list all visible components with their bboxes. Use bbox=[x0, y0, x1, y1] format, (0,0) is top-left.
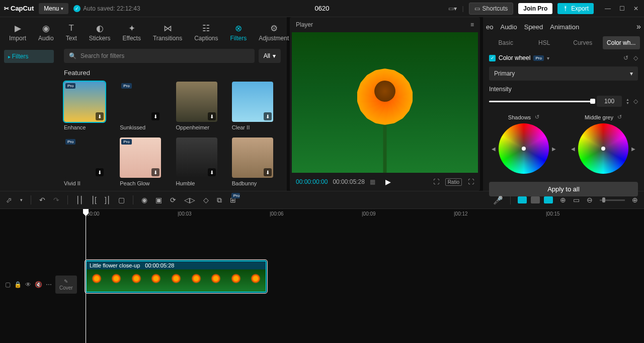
shortcuts-button[interactable]: ▭ Shortcuts bbox=[469, 3, 514, 15]
more-icon[interactable]: ⋯ bbox=[46, 281, 52, 288]
playhead[interactable] bbox=[86, 209, 86, 343]
filter-item[interactable]: Pro⬇Enhance bbox=[64, 82, 113, 130]
mirror-tool[interactable]: ◁▷ bbox=[184, 196, 195, 204]
filter-item[interactable]: Pro⬇Vivid II bbox=[64, 138, 113, 186]
link-tool[interactable] bbox=[531, 196, 540, 203]
reset-icon[interactable]: ↺ bbox=[623, 54, 628, 61]
tab-audio[interactable]: ◉Audio bbox=[34, 21, 58, 44]
stepper-up[interactable]: ▲ bbox=[626, 98, 629, 101]
tab-filters[interactable]: ⊗Filters bbox=[226, 21, 251, 44]
download-icon[interactable]: ⬇ bbox=[264, 112, 272, 120]
pointer-tool[interactable]: ⬀ bbox=[6, 196, 12, 204]
close-button[interactable]: ✕ bbox=[632, 5, 640, 12]
player-viewport[interactable] bbox=[292, 32, 478, 173]
undo-button[interactable]: ↶ bbox=[39, 196, 45, 204]
eye-icon[interactable]: 👁 bbox=[25, 281, 31, 288]
filter-item[interactable]: Pro⬇Sunkissed bbox=[120, 82, 169, 130]
maximize-button[interactable]: ☐ bbox=[618, 5, 626, 12]
crop-tool[interactable]: ▣ bbox=[155, 196, 162, 204]
filter-item[interactable]: ⬇Clear II bbox=[232, 82, 281, 130]
tab-adjustment[interactable]: ⚙Adjustment bbox=[255, 21, 293, 44]
subtab-hsl[interactable]: HSL bbox=[526, 36, 564, 49]
frame-tool[interactable]: ⧉ bbox=[217, 196, 222, 204]
tab-transitions[interactable]: ⋈Transitions bbox=[149, 21, 186, 44]
tab-text[interactable]: TText bbox=[62, 21, 81, 44]
track-toggle-icon[interactable]: ▢ bbox=[5, 281, 11, 288]
subtab-curves[interactable]: Curves bbox=[564, 36, 602, 49]
ai-tool[interactable]: ⊞Pro bbox=[230, 196, 236, 204]
tab-stickers[interactable]: ◐Stickers bbox=[85, 21, 115, 44]
download-icon[interactable]: ⬇ bbox=[208, 112, 216, 120]
lock-icon[interactable]: 🔒 bbox=[14, 281, 22, 288]
shadows-wheel[interactable] bbox=[499, 123, 549, 174]
middlegrey-wheel[interactable] bbox=[578, 123, 628, 174]
reset-icon[interactable]: ↺ bbox=[617, 114, 622, 120]
trim-left-tool[interactable]: ⎮[ bbox=[91, 196, 97, 204]
split-tool[interactable]: ⎮⎮ bbox=[76, 196, 83, 204]
join-pro-button[interactable]: Join Pro bbox=[518, 3, 552, 14]
wheel-left-arrow[interactable]: ◀ bbox=[571, 146, 575, 152]
download-icon[interactable]: ⬇ bbox=[208, 168, 216, 176]
speed-tool[interactable]: ⟳ bbox=[170, 196, 176, 204]
video-clip[interactable]: Little flower close-up00:00:05:28 bbox=[86, 260, 267, 293]
tab-audio-right[interactable]: Audio bbox=[500, 23, 517, 31]
download-icon[interactable]: ⬇ bbox=[96, 168, 104, 176]
keyframe-icon[interactable]: ◇ bbox=[633, 54, 638, 61]
preview-tool[interactable]: ▭ bbox=[573, 196, 580, 204]
tab-video[interactable]: eo bbox=[486, 23, 493, 31]
download-icon[interactable]: ⬇ bbox=[151, 168, 159, 176]
wheel-right-arrow[interactable]: ▶ bbox=[552, 146, 556, 152]
keyframe-icon[interactable]: ◇ bbox=[633, 98, 638, 105]
subtab-basic[interactable]: Basic bbox=[487, 36, 525, 49]
redo-button[interactable]: ↷ bbox=[53, 196, 59, 204]
filter-item[interactable]: ⬇Humble bbox=[176, 138, 225, 186]
zoom-in-button[interactable]: ⊕ bbox=[632, 196, 638, 204]
snap-tool[interactable] bbox=[544, 196, 553, 203]
tab-import[interactable]: ▶Import bbox=[5, 21, 30, 44]
minimize-button[interactable]: — bbox=[604, 5, 612, 12]
colorwheel-checkbox[interactable]: ✓ bbox=[489, 55, 496, 61]
mute-icon[interactable]: 🔇 bbox=[35, 281, 42, 288]
filter-item[interactable]: ⬇Badbunny bbox=[232, 138, 281, 186]
marker-tool[interactable]: ◉ bbox=[141, 196, 147, 204]
filter-item[interactable]: Pro⬇Peach Glow bbox=[120, 138, 169, 186]
subtab-colorwheel[interactable]: Color wh... bbox=[603, 36, 640, 49]
download-icon[interactable]: ⬇ bbox=[151, 112, 159, 120]
filters-folder[interactable]: Filters bbox=[4, 50, 54, 63]
ratio-button[interactable]: Ratio bbox=[445, 178, 462, 186]
export-button[interactable]: ⭱ Export bbox=[557, 3, 594, 14]
intensity-slider[interactable] bbox=[489, 101, 593, 102]
timeline-ruler[interactable]: |00:00 |00:03 |00:06 |00:09 |00:12 |00:1… bbox=[64, 209, 644, 221]
trim-right-tool[interactable]: ]⎮ bbox=[105, 196, 110, 204]
scan-icon[interactable]: ⛶ bbox=[433, 178, 439, 186]
stepper-down[interactable]: ▼ bbox=[626, 101, 629, 105]
wheel-left-arrow[interactable]: ◀ bbox=[492, 146, 496, 152]
rotate-tool[interactable]: ◇ bbox=[203, 196, 209, 204]
reset-icon[interactable]: ↺ bbox=[535, 114, 539, 120]
intensity-value[interactable]: 100 bbox=[597, 96, 622, 107]
zoom-out-button[interactable]: ⊖ bbox=[587, 196, 593, 204]
all-filters-button[interactable]: All▾ bbox=[259, 49, 281, 63]
tab-captions[interactable]: ☷Captions bbox=[190, 21, 222, 44]
play-button[interactable]: ▶ bbox=[385, 178, 391, 186]
tab-speed[interactable]: Speed bbox=[524, 23, 543, 31]
download-icon[interactable]: ⬇ bbox=[96, 112, 104, 120]
timeline-tracks[interactable]: |00:00 |00:03 |00:06 |00:09 |00:12 |00:1… bbox=[64, 209, 644, 343]
primary-dropdown[interactable]: Primary▾ bbox=[489, 66, 638, 81]
align-tool[interactable]: ⊕ bbox=[560, 196, 566, 204]
mic-icon[interactable]: 🎤 bbox=[493, 195, 503, 205]
apply-to-all-button[interactable]: Apply to all bbox=[489, 182, 638, 196]
filter-item[interactable]: ⬇Oppenheimer bbox=[176, 82, 225, 130]
download-icon[interactable]: ⬇ bbox=[264, 168, 272, 176]
dropdown-icon[interactable]: ▾ bbox=[20, 197, 23, 202]
magnet-tool[interactable] bbox=[518, 196, 527, 203]
zoom-slider[interactable] bbox=[600, 199, 625, 201]
delete-tool[interactable]: ▢ bbox=[118, 196, 125, 204]
layout-icon[interactable]: ▭▾ bbox=[448, 5, 457, 12]
search-input[interactable]: 🔍Search for filters bbox=[64, 49, 255, 63]
menu-button[interactable]: Menu bbox=[39, 3, 68, 14]
grid-icon[interactable]: ▦ bbox=[370, 178, 375, 185]
tab-animation[interactable]: Animation bbox=[550, 23, 579, 31]
player-menu-icon[interactable]: ≡ bbox=[470, 21, 474, 28]
tab-effects[interactable]: ✦Effects bbox=[118, 21, 144, 44]
